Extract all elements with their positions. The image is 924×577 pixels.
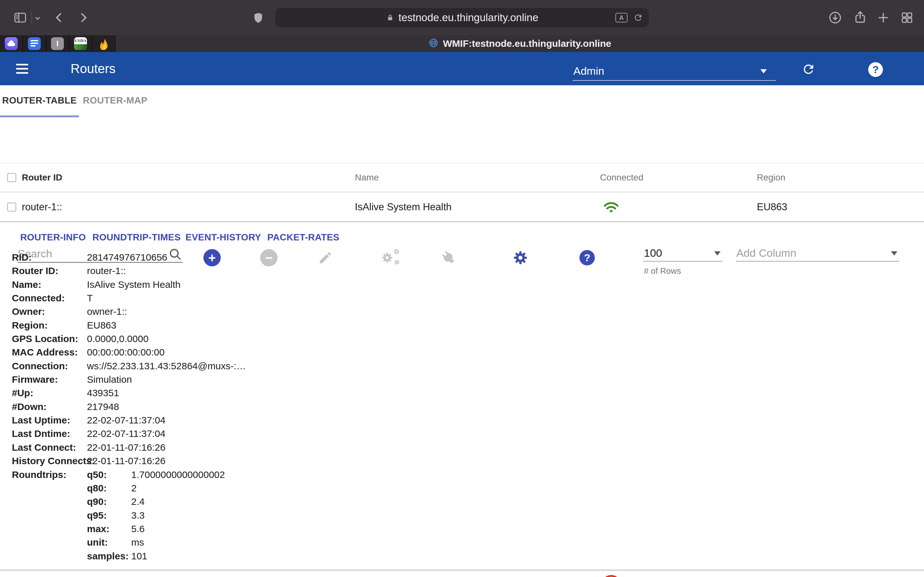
row-checkbox[interactable]: [7, 203, 16, 212]
table-row[interactable]: router-1:: IsAlive System Health EU863: [0, 193, 924, 222]
column-connected[interactable]: Connected: [600, 172, 643, 183]
field-value: 217948: [87, 400, 119, 414]
tab-router-map[interactable]: ROUTER-MAP: [79, 85, 152, 115]
field-value: ws://52.233.131.43:52864@muxs-:…: [87, 359, 246, 373]
detail-field-row: Region: EU863: [0, 319, 642, 332]
field-label: Last Uptime:: [0, 414, 87, 427]
pinned-tab-icloud[interactable]: [0, 35, 23, 52]
pinned-tab-usda[interactable]: USDA: [69, 35, 92, 52]
field-value: 00:00:00:00:00:00: [87, 346, 165, 359]
router-info-panel: RID: 281474976710656 Router ID: router-1…: [0, 251, 642, 563]
refresh-icon[interactable]: [801, 62, 816, 77]
roundtrip-value: ms: [131, 537, 144, 548]
detail-field-row: Last Uptime: 22-02-07-11:37:04: [0, 414, 642, 427]
new-tab-icon[interactable]: [877, 11, 890, 24]
tab-packet-rates[interactable]: PACKET-RATES: [267, 232, 339, 243]
field-label: Firmware:: [0, 373, 87, 386]
roundtrip-value: 5.6: [131, 524, 145, 534]
field-label: Connection:: [0, 359, 87, 373]
tab-strip: I USDA WMIF:testnode.eu.thingulari: [0, 35, 924, 52]
field-value: T: [87, 292, 93, 305]
tab-roundtrip-times[interactable]: ROUNDTRIP-TIMES: [92, 232, 181, 243]
document-icon: [28, 37, 41, 50]
usda-logo: USDA: [74, 37, 87, 50]
pinned-tab-firebase[interactable]: [92, 35, 115, 52]
detail-field-row: Last Dntime: 22-02-07-11:37:04: [0, 427, 642, 440]
field-value: 22-02-07-11:37:04: [87, 427, 166, 440]
roundtrip-row: q50: 1.7000000000000002: [87, 468, 225, 482]
safari-window: testnode.eu.thingularity.online A: [0, 0, 924, 577]
url-text: testnode.eu.thingularity.online: [399, 11, 538, 24]
reload-icon[interactable]: [633, 13, 643, 23]
column-region[interactable]: Region: [757, 172, 785, 183]
roundtrip-value: 2: [131, 483, 137, 494]
roundtrip-value: 101: [131, 551, 147, 562]
field-label: Last Dntime:: [0, 427, 87, 440]
dropdown-caret-icon: [760, 69, 767, 73]
column-name[interactable]: Name: [355, 172, 379, 183]
help-icon[interactable]: ?: [868, 62, 883, 77]
sort-arrow-icon[interactable]: ↑: [60, 173, 64, 183]
add-column-caret-icon: [891, 251, 897, 255]
tab-event-history[interactable]: EVENT-HISTORY: [186, 232, 261, 243]
router-id-link[interactable]: router-1::: [22, 201, 62, 213]
pinned-tab-info[interactable]: I: [46, 35, 69, 52]
rid-link[interactable]: 281474976710656: [87, 251, 167, 264]
forward-icon[interactable]: [76, 11, 90, 25]
share-icon[interactable]: [853, 10, 867, 25]
wifi-disconnected-icon: [604, 574, 619, 577]
field-label: #Down:: [0, 400, 87, 414]
menu-icon[interactable]: [16, 64, 28, 76]
translate-icon[interactable]: A: [615, 13, 628, 23]
detail-field-row: #Up: 439351: [0, 386, 642, 400]
roundtrip-label: q95:: [87, 510, 131, 521]
shield-icon[interactable]: [252, 11, 264, 24]
lock-icon: [386, 13, 395, 22]
select-all-checkbox[interactable]: [7, 173, 16, 182]
flame-icon: [97, 37, 110, 50]
chevron-down-icon[interactable]: [33, 14, 42, 23]
detail-field-row: Last Connect: 22-01-11-07:16:26: [0, 441, 642, 454]
field-value: IsAlive System Health: [87, 278, 181, 292]
roundtrip-row: q80: 2: [87, 482, 225, 495]
detail-fields-list: Name: IsAlive System Health Connected: T…: [0, 278, 642, 468]
rows-caret-icon: [714, 251, 720, 255]
field-label: Owner:: [0, 305, 87, 318]
field-label: MAC Address:: [0, 346, 87, 359]
detail-field-row: Router ID: router-1::: [0, 264, 642, 277]
field-label: Region:: [0, 319, 87, 332]
field-value: EU863: [87, 319, 116, 332]
pinned-tab-docs[interactable]: [23, 35, 46, 52]
detail-field-row: Connected: T: [0, 292, 642, 305]
field-value: 22-01-11-07:16:26: [87, 454, 166, 468]
tab-router-table[interactable]: ROUTER-TABLE: [0, 85, 79, 115]
active-tab[interactable]: WMIF:testnode.eu.thingularity.online: [115, 35, 924, 52]
field-label: RID:: [0, 251, 87, 264]
back-icon[interactable]: [52, 11, 66, 25]
downloads-icon[interactable]: [828, 11, 842, 25]
detail-field-row: Name: IsAlive System Health: [0, 278, 642, 292]
roundtrip-row: samples: 101: [87, 550, 225, 563]
section-divider: [0, 570, 924, 571]
roundtrip-row: q95: 3.3: [87, 509, 225, 522]
roundtrip-label: unit:: [87, 537, 131, 548]
roundtrip-value: 1.7000000000000002: [131, 469, 225, 480]
tab-overview-icon[interactable]: [900, 11, 914, 24]
field-label: History Connects:: [0, 454, 87, 468]
field-label: #Up:: [0, 386, 87, 400]
column-router-id[interactable]: Router ID: [22, 172, 62, 183]
detail-tab-bar: ROUTER-INFO ROUNDTRIP-TIMES EVENT-HISTOR…: [0, 224, 924, 250]
rows-caption: # of Rows: [644, 266, 681, 276]
tab-router-info[interactable]: ROUTER-INFO: [20, 232, 86, 243]
address-bar[interactable]: testnode.eu.thingularity.online A: [275, 8, 649, 27]
detail-field-row: Connection: ws://52.233.131.43:52864@mux…: [0, 359, 642, 373]
router-id-link[interactable]: router-1::: [87, 264, 126, 277]
roundtrip-label: samples:: [87, 551, 131, 562]
detail-field-row: #Down: 217948: [0, 400, 642, 414]
sidebar-toggle-icon[interactable]: [13, 11, 27, 25]
detail-field-row: MAC Address: 00:00:00:00:00:00: [0, 346, 642, 359]
detail-field-row: Firmware: Simulation: [0, 373, 642, 386]
user-dropdown[interactable]: Admin: [573, 62, 776, 81]
field-value: 22-01-11-07:16:26: [87, 441, 166, 454]
roundtrips-list: q50: 1.7000000000000002 q80: 2 q90: 2.4: [87, 468, 225, 563]
